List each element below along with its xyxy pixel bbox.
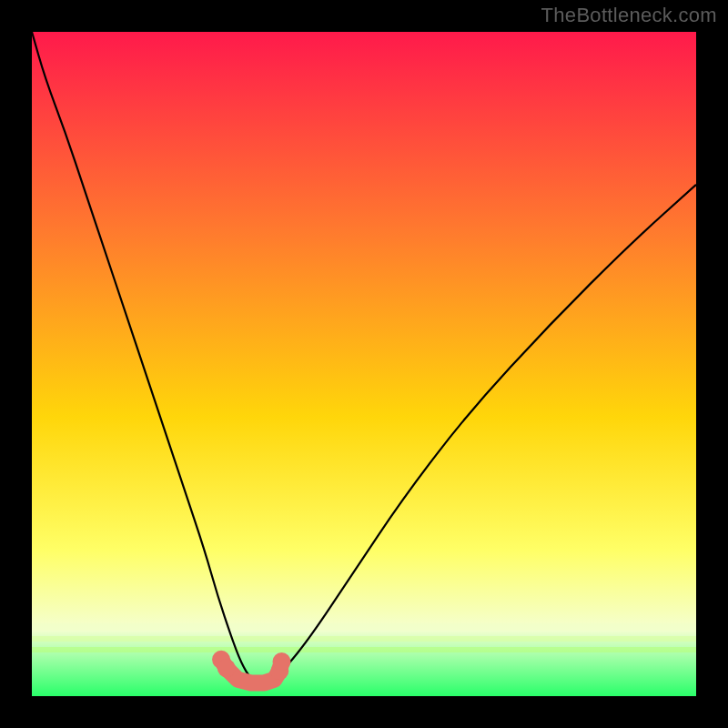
gradient-background bbox=[32, 32, 696, 696]
plot-svg bbox=[32, 32, 696, 696]
pale-band-2 bbox=[32, 636, 696, 642]
pale-band-3 bbox=[32, 647, 696, 652]
marker-dot bbox=[217, 659, 236, 677]
chart-frame: TheBottleneck.com bbox=[0, 0, 728, 728]
plot-area bbox=[32, 32, 696, 696]
pale-band-1 bbox=[32, 623, 696, 631]
marker-dot bbox=[272, 652, 290, 671]
watermark-text: TheBottleneck.com bbox=[541, 4, 717, 27]
